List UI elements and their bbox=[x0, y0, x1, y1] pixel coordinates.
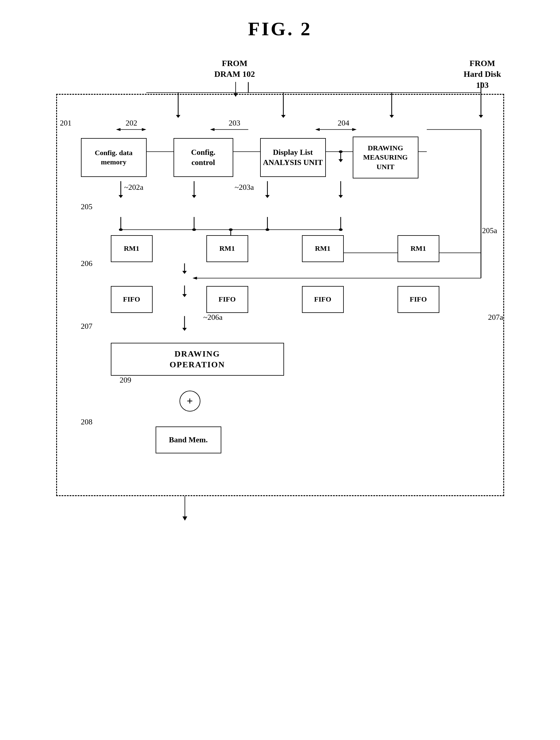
from-dram-label: FROM DRAM 102 bbox=[214, 58, 255, 80]
block-drawing-measuring: DRAWING MEASURING UNIT bbox=[353, 136, 419, 178]
ref-206a: ~206a bbox=[203, 313, 223, 322]
output-arrow-container bbox=[56, 496, 504, 517]
svg-point-50 bbox=[119, 228, 123, 231]
svg-marker-12 bbox=[141, 128, 146, 131]
block-drawing-operation: DRAWING OPERATION bbox=[111, 343, 284, 376]
band-mem-row: Band Mem. bbox=[72, 427, 488, 453]
top-row: Config. data memory Config. control Disp… bbox=[72, 136, 488, 178]
block-rm1-2: RM1 bbox=[206, 235, 248, 262]
svg-marker-68 bbox=[192, 277, 197, 280]
svg-point-51 bbox=[192, 228, 196, 231]
block-rm1-1: RM1 bbox=[111, 235, 152, 262]
block-fifo-1: FIFO bbox=[111, 286, 152, 313]
drawing-op-row: DRAWING OPERATION bbox=[72, 343, 488, 376]
output-arrowhead bbox=[183, 517, 187, 521]
ref-203: 203 bbox=[229, 119, 240, 127]
rm-row: RM1 RM1 RM1 RM1 bbox=[72, 235, 488, 262]
block-fifo-4: FIFO bbox=[398, 286, 439, 313]
block-fifo-2: FIFO bbox=[206, 286, 248, 313]
from-harddisk-label: FROM Hard Disk 103 bbox=[463, 58, 501, 91]
ref-208: 208 bbox=[81, 418, 93, 427]
block-fifo-3: FIFO bbox=[302, 286, 344, 313]
ref-205a: 205a bbox=[482, 226, 497, 235]
ref-206: 206 bbox=[81, 259, 93, 268]
diagram: FROM DRAM 102 FROM Hard Disk 103 bbox=[56, 58, 504, 517]
svg-marker-65 bbox=[182, 328, 187, 331]
svg-marker-7 bbox=[281, 115, 286, 118]
ref-207: 207 bbox=[81, 322, 93, 331]
ref-202a: ~202a bbox=[124, 183, 144, 192]
plus-circle-row: + bbox=[72, 391, 488, 411]
block-display-list: Display List ANALYSIS UNIT bbox=[260, 138, 326, 177]
svg-marker-17 bbox=[352, 128, 357, 131]
block-band-mem: Band Mem. bbox=[155, 427, 221, 453]
svg-point-53 bbox=[339, 228, 343, 231]
dashed-outer-box: 201 202 203 204 Config. data memory Conf… bbox=[56, 94, 504, 496]
ref-201: 201 bbox=[60, 119, 72, 127]
svg-point-55 bbox=[229, 228, 233, 231]
svg-marker-11 bbox=[116, 128, 120, 131]
arrow-from-dram bbox=[235, 82, 236, 94]
svg-marker-14 bbox=[210, 128, 214, 131]
ref-205: 205 bbox=[81, 202, 93, 211]
svg-point-52 bbox=[265, 228, 269, 231]
plus-circle: + bbox=[180, 391, 200, 411]
ref-209: 209 bbox=[120, 376, 131, 385]
ref-202: 202 bbox=[126, 119, 137, 127]
svg-marker-5 bbox=[176, 115, 181, 118]
ref-203a: ~203a bbox=[235, 183, 254, 192]
fifo-row: FIFO FIFO FIFO FIFO bbox=[72, 286, 488, 313]
svg-marker-9 bbox=[389, 115, 394, 118]
block-config-control: Config. control bbox=[174, 138, 233, 177]
block-rm1-3: RM1 bbox=[302, 235, 344, 262]
output-arrow bbox=[185, 496, 185, 517]
page-title: FIG. 2 bbox=[248, 18, 312, 40]
svg-marker-61 bbox=[182, 271, 187, 274]
block-config-data: Config. data memory bbox=[81, 138, 147, 177]
block-rm1-4: RM1 bbox=[398, 235, 439, 262]
svg-marker-1 bbox=[478, 115, 483, 118]
ref-204: 204 bbox=[338, 119, 349, 127]
top-labels-area: FROM DRAM 102 FROM Hard Disk 103 bbox=[56, 58, 504, 94]
svg-marker-16 bbox=[315, 128, 320, 131]
ref-207a: 207a bbox=[488, 313, 503, 322]
